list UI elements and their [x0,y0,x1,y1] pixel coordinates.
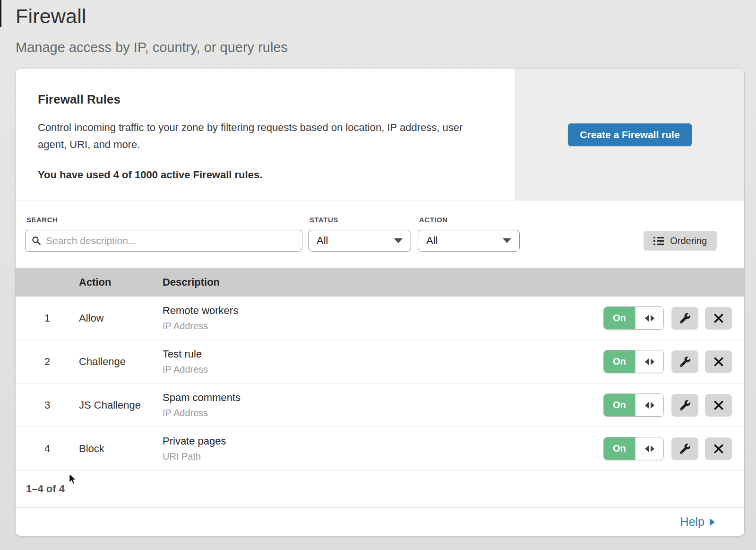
caret-right-icon [651,315,654,322]
delete-rule-button[interactable] [705,437,732,460]
toggle-knob[interactable] [635,437,664,460]
wrench-icon [680,400,690,410]
filters-bar: SEARCH STATUS All ACTION All [16,201,744,268]
status-label: STATUS [309,216,411,224]
x-icon [714,401,723,410]
rule-description: Spam comments [163,392,603,404]
rule-enabled-toggle[interactable]: On [603,306,664,330]
rule-description: Private pages [163,435,603,447]
rule-description: Remote workers [163,305,603,317]
help-link-label: Help [680,515,704,529]
wrench-icon [680,357,690,367]
toggle-on-label[interactable]: On [604,350,635,373]
screen-edge-artifact [0,0,1,27]
action-select-value: All [426,235,438,247]
help-link[interactable]: Help [680,515,715,529]
pagination-row: 1–4 of 4 [16,471,744,507]
edit-rule-button[interactable] [671,307,698,330]
search-box [25,230,302,252]
action-select[interactable]: All [418,230,520,252]
x-icon [714,444,723,454]
firewall-rules-card: Firewall Rules Control incoming traffic … [16,69,744,536]
create-firewall-rule-button[interactable]: Create a Firewall rule [568,123,691,146]
rule-field-type: IP Address [163,408,603,419]
rules-table-body: 1 Allow Remote workers IP Address On [16,297,744,471]
rule-field-type: IP Address [163,321,603,332]
toggle-knob[interactable] [635,350,664,373]
rule-enabled-toggle[interactable]: On [603,437,664,460]
rule-field-type: IP Address [163,364,603,375]
rule-priority: 3 [16,399,79,411]
rule-priority: 4 [16,443,79,455]
rule-controls: On [603,393,744,417]
page-title: Firewall [16,5,756,28]
rule-action: Block [79,443,163,455]
pagination-count: 1–4 of 4 [26,483,65,495]
rule-action: Allow [79,312,163,324]
description-column-header: Description [163,276,603,288]
rule-controls: On [603,437,744,460]
x-icon [714,314,723,323]
table-row: 4 Block Private pages URI Path On [16,427,744,471]
chevron-down-icon [503,238,511,243]
caret-left-icon [645,358,649,365]
create-rule-panel: Create a Firewall rule [515,69,744,201]
rule-description: Test rule [163,348,603,360]
x-icon [714,357,723,367]
intro-text-panel: Firewall Rules Control incoming traffic … [16,69,515,201]
rule-action: JS Challenge [79,399,163,411]
chevron-down-icon [394,238,403,243]
search-icon [32,236,41,245]
delete-rule-button[interactable] [705,307,732,330]
wrench-icon [680,313,690,323]
ordered-list-icon [653,236,664,245]
caret-left-icon [645,402,649,409]
card-title: Firewall Rules [38,92,487,107]
caret-left-icon [645,445,649,452]
card-description: Control incoming traffic to your zone by… [38,119,487,153]
rule-description-cell: Test rule IP Address [163,348,603,375]
rule-enabled-toggle[interactable]: On [603,350,664,373]
rule-field-type: URI Path [163,451,603,462]
caret-right-icon [710,518,715,526]
edit-rule-button[interactable] [671,394,698,417]
rule-description-cell: Remote workers IP Address [163,305,603,332]
action-label: ACTION [419,216,520,224]
status-select-value: All [317,235,328,247]
rule-description-cell: Spam comments IP Address [163,392,603,419]
toggle-on-label[interactable]: On [604,437,635,460]
edit-rule-button[interactable] [671,437,698,460]
status-select[interactable]: All [308,230,411,252]
caret-right-icon [651,402,654,409]
toggle-on-label[interactable]: On [604,394,635,416]
caret-right-icon [651,445,654,452]
toggle-knob[interactable] [635,394,664,416]
search-input[interactable] [46,235,296,246]
rule-controls: On [603,350,744,373]
search-filter-group: SEARCH [25,216,302,252]
rules-usage-text: You have used 4 of 1000 active Firewall … [38,169,487,181]
ordering-button[interactable]: Ordering [644,231,717,251]
status-filter-group: STATUS All [308,216,411,252]
table-row: 2 Challenge Test rule IP Address On [16,340,744,384]
table-row: 1 Allow Remote workers IP Address On [16,297,744,340]
rule-priority: 2 [16,356,79,368]
edit-rule-button[interactable] [671,350,698,373]
toggle-knob[interactable] [635,307,664,329]
help-row: Help [16,508,744,536]
action-column-header: Action [79,276,163,288]
search-label: SEARCH [26,216,302,224]
page-header: Firewall Manage access by IP, country, o… [0,0,756,55]
toggle-on-label[interactable]: On [604,307,635,329]
intro-section: Firewall Rules Control incoming traffic … [16,69,744,201]
delete-rule-button[interactable] [705,394,732,417]
delete-rule-button[interactable] [705,350,732,373]
rule-action: Challenge [79,356,163,368]
rule-description-cell: Private pages URI Path [163,435,603,462]
table-row: 3 JS Challenge Spam comments IP Address … [16,384,744,427]
rule-enabled-toggle[interactable]: On [603,393,664,417]
action-filter-group: ACTION All [418,216,520,252]
caret-right-icon [651,358,654,365]
caret-left-icon [645,315,649,322]
wrench-icon [680,444,690,454]
